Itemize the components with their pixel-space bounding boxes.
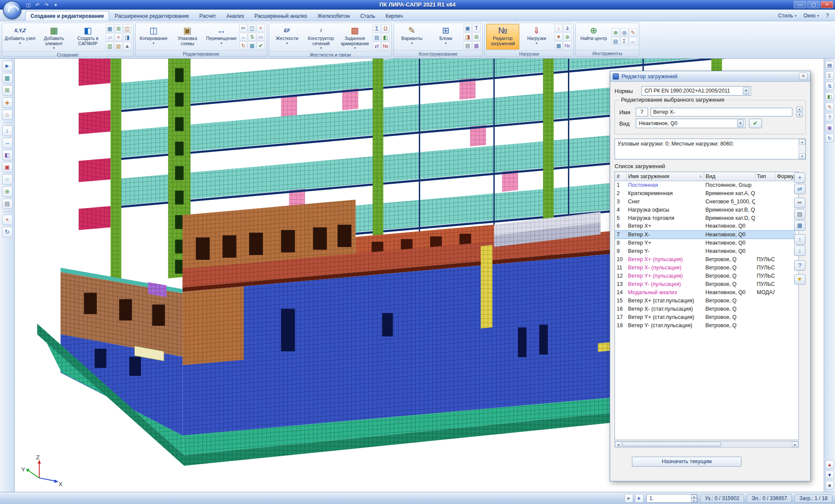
help-icon[interactable]: ? — [825, 113, 834, 122]
ribbon-tab[interactable]: Железобетон — [313, 11, 354, 21]
cut-icon[interactable]: ✂ — [239, 24, 247, 32]
delete-icon[interactable]: × — [257, 24, 265, 32]
table-row[interactable]: 18Ветер Y- (стат.пульсация)Ветровое, Q — [615, 321, 796, 329]
table-row[interactable]: 4Нагрузка офисыВременное кат.В, Q — [615, 206, 796, 214]
scroll-down-icon[interactable]: ▼ — [825, 471, 834, 479]
apply-icon[interactable]: ✔ — [257, 41, 265, 50]
scale-combo[interactable]: 1. ▴ ▾ — [646, 494, 698, 503]
ribbon-tab[interactable]: Расширенное редактирование — [110, 11, 194, 21]
window-menu[interactable]: Окно ▾ — [803, 13, 819, 19]
scroll-up-icon[interactable]: ▴ — [799, 139, 805, 145]
table-row[interactable]: 17Ветер Y+ (стат.пульсация)Ветровое, Q — [615, 313, 796, 321]
force-down-icon[interactable]: ↓ — [554, 24, 563, 32]
close-button[interactable]: × — [821, 1, 833, 8]
flag-icon[interactable]: ▣ — [2, 162, 13, 172]
loadcase-number-field[interactable]: 7 — [636, 108, 648, 116]
refresh-icon[interactable]: ↻ — [2, 227, 13, 237]
half-plate-icon[interactable]: ◨ — [123, 33, 131, 41]
table-row[interactable]: 5Нагрузка торговляВременное кат.D, Q — [615, 214, 796, 222]
kind-select[interactable]: Неактивное, Q0 ▾ — [636, 119, 745, 128]
table-row[interactable]: 10Ветер X+ (пульсация)Ветровое, QПУЛЬС — [615, 255, 796, 263]
info-table-icon[interactable]: ▤ — [611, 37, 620, 45]
pan-vertical-icon[interactable]: ↕ — [2, 126, 13, 136]
pan-horizontal-icon[interactable]: ↔ — [2, 138, 13, 148]
cursor-mode-icon[interactable]: ► — [625, 494, 633, 503]
loads-button[interactable]: ⇓Нагрузки▾ — [520, 24, 553, 50]
loadcase-next-button[interactable]: ▾ — [796, 112, 803, 117]
copy-button[interactable]: ◫Копирование▾ — [137, 24, 170, 50]
table-row[interactable]: 16Ветер X- (стат.пульсация)Ветровое, Q — [615, 305, 796, 313]
loadcase-table[interactable]: #Имя загружения▵ВидТипФормула 1Постоянна… — [615, 172, 799, 440]
redraw-icon[interactable]: ↻ — [825, 134, 834, 143]
add-cell-icon[interactable]: ⊞ — [114, 24, 123, 33]
measure-icon[interactable]: ↔ — [629, 37, 637, 45]
create-in-sapfir-button[interactable]: ◧Создать в САПФИР — [71, 24, 104, 50]
table-settings-button[interactable]: ▦ — [794, 220, 805, 231]
erase-icon[interactable]: × — [2, 215, 13, 225]
copy-table-button[interactable]: ▤ — [794, 209, 805, 219]
table-row[interactable]: 3СнегСнеговое б_1000, Q — [615, 197, 796, 206]
layers-icon[interactable]: ▤ — [2, 199, 13, 209]
table-row[interactable]: 14Модальный анализНеактивное, Q0МОДАЛ — [615, 288, 796, 296]
scrollbar-thumb[interactable] — [622, 442, 721, 447]
split-element-icon[interactable]: ◫ — [123, 24, 131, 33]
ribbon-tab[interactable]: Сталь — [355, 11, 380, 21]
column-header[interactable]: # — [615, 172, 626, 181]
dialog-close-button[interactable]: × — [799, 73, 808, 80]
pointer-icon[interactable]: ► — [2, 61, 13, 71]
load-mesh-icon[interactable]: ▦ — [554, 41, 563, 50]
half-block-icon[interactable]: ◨ — [464, 33, 472, 41]
duplicate-icon[interactable]: ◫ — [248, 24, 256, 32]
loadcase-name-input[interactable]: Ветер X- — [651, 108, 792, 116]
circle-select-icon[interactable]: ○ — [2, 174, 13, 185]
numbering-icon[interactable]: № — [381, 42, 390, 50]
save-icon[interactable]: ◫ — [24, 1, 32, 8]
plate-icon[interactable]: ▱ — [106, 33, 114, 41]
isometry-icon[interactable]: ◈ — [2, 97, 13, 108]
add-load-icon[interactable]: ⊕ — [563, 33, 571, 41]
add-loadcase-button[interactable]: + — [794, 172, 805, 183]
move-down-button[interactable]: ↓ — [794, 245, 805, 256]
ribbon-tab-active[interactable]: Создание и редактирование — [25, 11, 109, 21]
ribbon-tab[interactable]: Расширенный анализ — [250, 11, 312, 21]
section-icon[interactable]: ◧ — [381, 33, 390, 41]
qat-menu-caret-icon[interactable]: ▾ — [52, 1, 60, 8]
pack-model-button[interactable]: ▣Упаковка схемы — [171, 24, 204, 50]
select-mode-icon[interactable]: ► — [635, 494, 644, 503]
column-header[interactable]: Вид — [704, 172, 755, 181]
table-row[interactable]: 7Ветер X-Неактивное, Q0 — [615, 230, 796, 239]
crosshair-icon[interactable]: + — [114, 33, 123, 41]
loadcase-number-icon[interactable]: № — [563, 41, 571, 50]
center-icon[interactable]: ⊕ — [611, 28, 620, 36]
stretch-icon[interactable]: ↔ — [239, 33, 247, 41]
norms-select[interactable]: СП РК EN 1990:2002+А1:2005/2011 ▾ — [641, 86, 751, 96]
sum-icon[interactable]: Σ — [373, 24, 381, 33]
ribbon-tab[interactable]: Расчет — [194, 11, 220, 21]
reinforcement-button[interactable]: ▩Заданное армирование▾ — [338, 24, 371, 50]
spin-up-icon[interactable]: ▴ — [691, 494, 697, 498]
scroll-up-icon[interactable]: ▲ — [825, 460, 834, 469]
table-row[interactable]: 15Ветер X+ (стат.пульсация)Ветровое, Q — [615, 296, 796, 305]
triangulation-icon[interactable]: ▲ — [123, 42, 131, 50]
table-row[interactable]: 9Ветер Y-Неактивное, Q0 — [615, 247, 796, 255]
redo-icon[interactable]: ↷ — [43, 1, 50, 8]
table-row[interactable]: 2КратковременнаяВременное кат.А, Q — [615, 189, 796, 197]
table-row[interactable]: 12Ветер Y+ (пульсация)Ветровое, QПУЛЬС — [615, 272, 796, 280]
table-row[interactable]: 6Ветер X+Неактивное, Q0 — [615, 222, 796, 230]
split-view-icon[interactable]: ◧ — [825, 92, 834, 101]
home-view-icon[interactable]: ⌂ — [2, 109, 13, 120]
chevron-down-icon[interactable]: ▾ — [737, 119, 744, 127]
grid-add-icon[interactable]: ⊞ — [472, 33, 481, 41]
scroll-right-icon[interactable]: ▸ — [792, 441, 798, 447]
spin-down-icon[interactable]: ▾ — [691, 498, 697, 502]
panel-list-icon[interactable]: ▤ — [825, 61, 834, 70]
sort-icon[interactable]: ⇅ — [825, 82, 834, 90]
rows-icon[interactable]: ▥ — [106, 42, 114, 50]
assign-current-button[interactable]: Назначить текущим — [632, 457, 741, 467]
pressure-icon[interactable]: ▼ — [554, 33, 563, 41]
add-node-button[interactable]: X,Y,ZДобавить узел▾ — [3, 24, 37, 50]
help-button[interactable]: ? — [794, 260, 805, 271]
swap-icon[interactable]: ⇅ — [248, 33, 256, 41]
dialog-title-bar[interactable]: Редактор загружений × — [610, 71, 810, 82]
loadcase-prev-button[interactable]: ▴ — [796, 106, 803, 112]
